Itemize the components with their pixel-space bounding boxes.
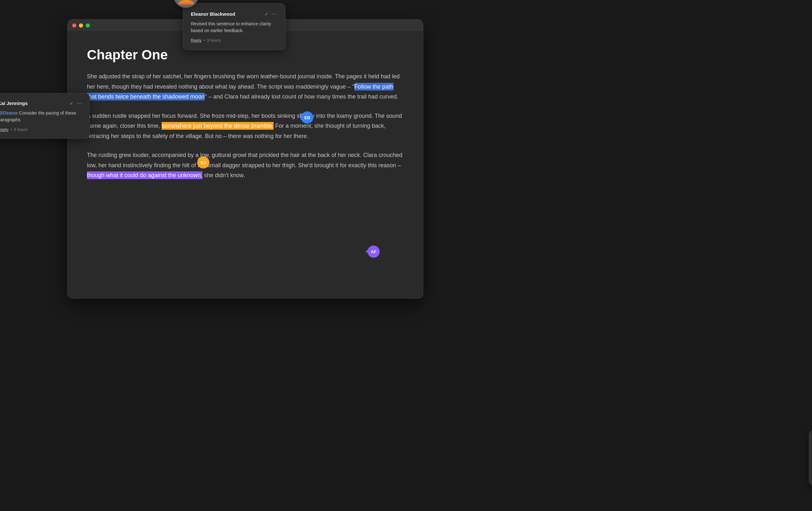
comment-popup-anika: Anika Fredel ✓ ··· This could be rephras… — [809, 430, 812, 485]
check-icon-kai: ✓ — [69, 101, 74, 106]
more-options-eleanor[interactable]: ··· — [272, 10, 278, 17]
reply-button-eleanor[interactable]: Reply — [191, 38, 201, 43]
highlight-blue-text: Follow the path that bends twice beneath… — [87, 83, 394, 101]
cursor-badge-kj: KJ — [197, 156, 209, 168]
comment-footer-kai: Reply • 3 hours — [0, 127, 82, 132]
time-eleanor: 3 hours — [207, 38, 221, 43]
mention-kai: @Eleanor — [0, 110, 18, 115]
commenter-name-eleanor: Eleanor Blackwood — [191, 11, 260, 17]
maximize-button[interactable] — [86, 23, 90, 28]
minimize-button[interactable] — [79, 23, 83, 28]
time-kai: 3 hours — [14, 127, 28, 132]
separator-eleanor: • — [203, 38, 205, 43]
check-icon-eleanor: ✓ — [265, 11, 268, 17]
main-document-window: Chapter One She adjusted the strap of he… — [67, 19, 423, 298]
cursor-badge-af: AF — [368, 246, 380, 258]
reply-button-kai[interactable]: Reply — [0, 127, 8, 132]
separator-kai: • — [10, 127, 12, 132]
document-content: Chapter One She adjusted the strap of he… — [68, 31, 423, 298]
comment-header-kai: Kai Jennings ✓ ··· — [0, 100, 82, 107]
cursor-af: AF — [366, 247, 373, 253]
paragraph-2: A sudden rustle snapped her focus forwar… — [87, 111, 404, 141]
comment-body-eleanor: Revised this sentence to enhance clarity… — [191, 21, 278, 34]
comment-body-kai: @Eleanor Consider the pacing of these pa… — [0, 110, 82, 123]
comment-header-eleanor: Eleanor Blackwood ✓ ··· — [191, 10, 278, 17]
scene: Chapter One She adjusted the strap of he… — [0, 0, 812, 511]
close-button[interactable] — [72, 23, 76, 28]
cursor-kj: KJ — [196, 158, 203, 164]
paragraph-1: She adjusted the strap of her satchel, h… — [87, 72, 404, 102]
cursor-badge-eb: EB — [301, 111, 313, 124]
comment-footer-eleanor: Reply • 3 hours — [191, 38, 278, 43]
commenter-name-kai: Kai Jennings — [0, 101, 65, 106]
more-options-kai[interactable]: ··· — [77, 100, 82, 107]
highlight-orange-text: somewhere just beyond the dense bramble. — [162, 122, 273, 130]
highlight-purple-text: though what it could do against the unkn… — [87, 171, 202, 179]
cursor-eb: EB — [298, 113, 306, 119]
comment-popup-kai: Kai Jennings ✓ ··· @Eleanor Consider the… — [0, 93, 90, 139]
paragraph-3: The rustling grew louder, accompanied by… — [87, 150, 404, 181]
comment-popup-eleanor: Eleanor Blackwood ✓ ··· Revised this sen… — [183, 3, 285, 50]
